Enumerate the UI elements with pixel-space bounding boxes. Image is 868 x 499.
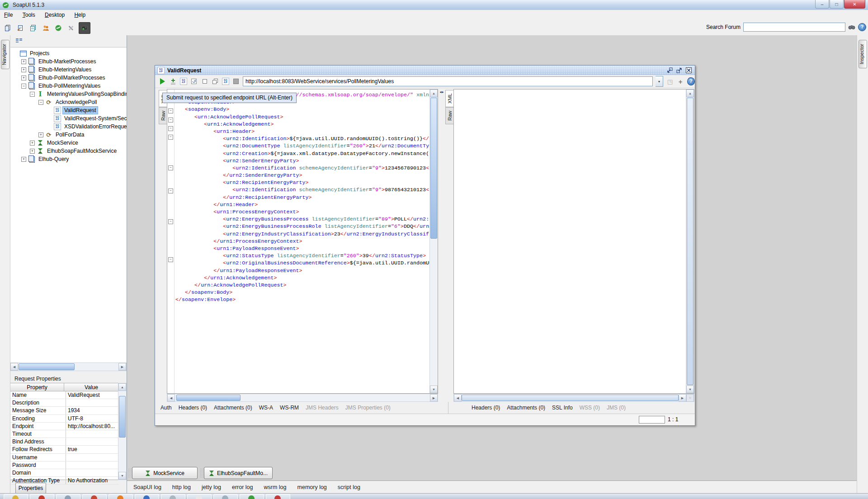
taskbar-button[interactable] xyxy=(108,494,133,499)
tree-horizontal-scrollbar[interactable]: ◀ ▶ xyxy=(10,362,127,371)
tree-item[interactable]: +Elhub-MeteringValues xyxy=(10,66,127,74)
tree-expander-icon[interactable]: − xyxy=(38,100,43,105)
collapse-left-icon[interactable]: ◂ xyxy=(439,90,441,99)
scroll-down-icon[interactable]: ▼ xyxy=(118,472,126,480)
search-input[interactable] xyxy=(743,23,845,32)
submit-request-icon[interactable] xyxy=(159,77,166,85)
log-tab[interactable]: script log xyxy=(338,484,360,490)
internal-restore-icon[interactable] xyxy=(666,67,673,74)
fold-toggle-icon[interactable]: − xyxy=(168,188,173,193)
close-button[interactable]: ✕ xyxy=(844,0,865,9)
request-horizontal-scrollbar[interactable]: ◀ ▶ xyxy=(167,394,438,402)
collapse-right-icon[interactable]: ▸ xyxy=(442,90,444,99)
tree-expander-icon[interactable]: + xyxy=(21,75,26,80)
proxy-toggle-button[interactable] xyxy=(79,22,90,34)
tree-item[interactable]: +Elhub-Query xyxy=(10,155,127,163)
properties-vertical-scrollbar[interactable]: ▲ ▼ xyxy=(118,383,127,480)
scroll-down-icon[interactable]: ▼ xyxy=(686,386,694,393)
tree-item-label[interactable]: ValidRequest xyxy=(63,107,98,114)
add-to-testcase-icon[interactable] xyxy=(169,77,177,85)
request-help-icon[interactable]: ? xyxy=(687,77,695,85)
scroll-thumb[interactable] xyxy=(119,396,126,438)
scroll-left-icon[interactable]: ◀ xyxy=(167,394,175,402)
add-endpoint-icon[interactable]: + xyxy=(676,77,684,85)
taskbar-button[interactable] xyxy=(266,494,290,499)
import-remote-project-icon[interactable] xyxy=(15,23,25,33)
tree-item[interactable]: +Elhub-PollMarketProcesses xyxy=(10,74,127,82)
internal-maximize-icon[interactable] xyxy=(676,67,683,74)
response-xml-tab[interactable]: XML xyxy=(445,90,454,107)
tree-item[interactable]: SOAPXSDValidationErrorRequest xyxy=(10,122,127,131)
property-row[interactable]: EncodingUTF-8 xyxy=(10,415,119,423)
tree-expander-icon[interactable]: + xyxy=(21,59,26,64)
tree-item[interactable]: SOAPValidRequest-System/Securi xyxy=(10,114,127,122)
menu-tools[interactable]: Tools xyxy=(19,10,39,21)
request-inspector-tab[interactable]: Headers (0) xyxy=(179,405,207,411)
tree-item[interactable]: +PollForData xyxy=(10,131,127,139)
tree-item[interactable]: −MeteringValuesPollingSoapBinding xyxy=(10,90,127,98)
request-xml-editor[interactable]: −−−−−−−−− <soapenv:Envelope xmlns:soapen… xyxy=(167,89,438,394)
tree-expander-icon[interactable]: − xyxy=(21,84,26,89)
tree-item[interactable]: +Elhub-MarketProcesses xyxy=(10,57,127,66)
windows-taskbar[interactable] xyxy=(0,493,868,499)
property-row[interactable]: Description xyxy=(10,399,119,407)
tree-item-label[interactable]: MeteringValuesPollingSoapBinding xyxy=(46,90,127,98)
response-inspector-tab[interactable]: Headers (0) xyxy=(472,405,500,411)
resize-grip-icon[interactable]: ⁙ xyxy=(686,394,694,402)
tree-expander-icon[interactable]: + xyxy=(21,157,26,162)
scroll-left-icon[interactable]: ◀ xyxy=(10,363,18,371)
tree-item-label[interactable]: XSDValidationErrorRequest xyxy=(63,123,127,130)
scroll-up-icon[interactable]: ▲ xyxy=(118,383,126,391)
tree-item-label[interactable]: Elhub-MeteringValues xyxy=(37,66,93,73)
fold-toggle-icon[interactable]: − xyxy=(168,165,173,170)
scroll-up-icon[interactable]: ▲ xyxy=(686,89,694,97)
request-raw-tab[interactable]: Raw xyxy=(159,107,168,124)
preferences-tools-icon[interactable] xyxy=(66,23,76,33)
request-inspector-tab[interactable]: WS-A xyxy=(259,405,273,411)
clone-request-icon[interactable] xyxy=(211,77,219,85)
property-value[interactable] xyxy=(66,430,119,438)
properties-toggle-button[interactable]: Properties xyxy=(15,483,46,494)
scroll-right-icon[interactable]: ▶ xyxy=(430,394,438,402)
log-tab[interactable]: jetty log xyxy=(202,484,221,490)
taskbar-button[interactable] xyxy=(56,494,80,499)
workspace-users-icon[interactable] xyxy=(41,23,51,33)
tree-expander-icon[interactable]: + xyxy=(30,149,35,154)
zoom-input[interactable] xyxy=(639,416,665,424)
fold-toggle-icon[interactable]: − xyxy=(168,257,173,262)
editor-splitter[interactable]: ◂ ▸ xyxy=(438,90,445,99)
property-value[interactable]: No Authorization xyxy=(66,477,119,484)
log-tab[interactable]: SoapUI log xyxy=(133,484,161,490)
property-row[interactable]: Username xyxy=(10,454,119,461)
property-row[interactable]: Endpointhttp://localhost:80... xyxy=(10,423,119,430)
request-inspector-tab[interactable]: Attachments (0) xyxy=(214,405,252,411)
property-value[interactable]: ValidRequest xyxy=(66,391,119,399)
tree-item-label[interactable]: MockService xyxy=(46,139,80,146)
tree-item-label[interactable]: Elhub-PollMeteringValues xyxy=(37,82,102,89)
menu-help[interactable]: Help xyxy=(70,10,90,21)
response-xml-editor[interactable]: ▲ ▼ xyxy=(453,89,694,394)
property-value[interactable] xyxy=(66,438,119,445)
property-row[interactable]: Domain xyxy=(10,469,119,477)
soapui-green-icon[interactable] xyxy=(53,23,63,33)
create-empty-icon[interactable] xyxy=(201,77,208,85)
property-value[interactable] xyxy=(66,454,119,461)
fold-toggle-icon[interactable]: − xyxy=(168,135,173,140)
property-row[interactable]: Password xyxy=(10,461,119,469)
scroll-down-icon[interactable]: ▼ xyxy=(430,386,438,393)
recreate-request-icon[interactable] xyxy=(190,77,198,85)
property-row[interactable]: Timeout xyxy=(10,430,119,438)
property-row[interactable]: Follow Redirectstrue xyxy=(10,446,119,453)
internal-close-icon[interactable] xyxy=(685,67,692,74)
tree-item[interactable]: +MockService xyxy=(10,139,127,147)
minimize-button[interactable]: – xyxy=(815,0,829,9)
response-horizontal-scrollbar[interactable]: ◀ ▶ ⁙ xyxy=(453,394,694,402)
import-project-icon[interactable] xyxy=(3,23,13,33)
inspector-tab[interactable]: Inspector xyxy=(859,40,867,68)
log-tab[interactable]: http log xyxy=(172,484,191,490)
binoculars-search-icon[interactable] xyxy=(848,24,855,31)
menu-desktop[interactable]: Desktop xyxy=(41,10,69,21)
tree-item-label[interactable]: PollForData xyxy=(54,131,85,138)
tree-item-label[interactable]: AcknowledgePoll xyxy=(54,99,98,106)
request-xml-content[interactable]: <soapenv:Envelope xmlns:soapenv="http://… xyxy=(175,89,430,393)
